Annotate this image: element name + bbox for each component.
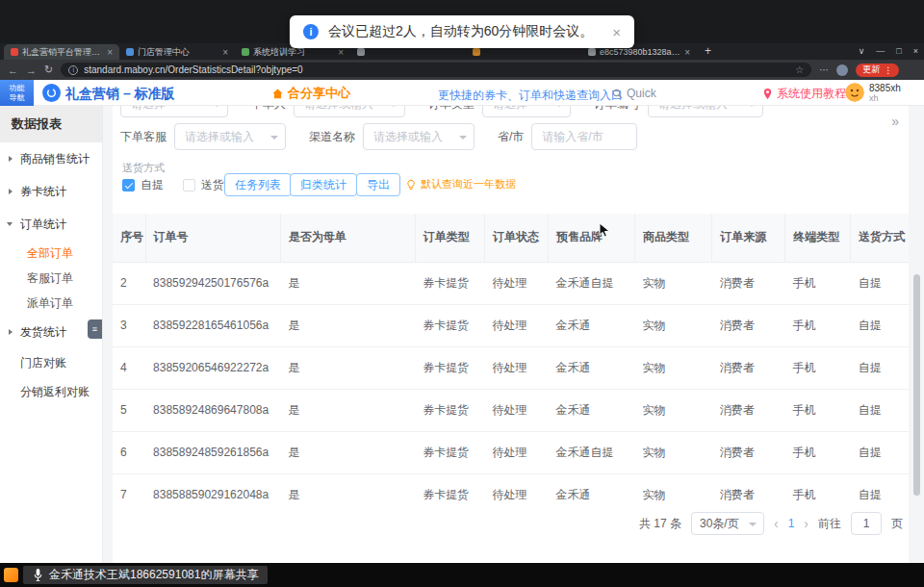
cell-source: 消费者 xyxy=(712,389,785,431)
channel-name-select[interactable]: 请选择或输入 xyxy=(363,123,475,150)
sidebar-item-rebate-reconciliation[interactable]: 分销返利对账 xyxy=(0,377,102,406)
sidebar-item-service-orders[interactable]: 客服订单 xyxy=(0,266,102,291)
delivery-checkbox[interactable]: 送货 xyxy=(183,177,224,193)
cell-status: 待处理 xyxy=(484,389,548,431)
tab-favicon xyxy=(357,48,365,56)
tab-favicon xyxy=(242,48,249,56)
select-placeholder: 请选择或输入 xyxy=(304,106,373,113)
page-size-select[interactable]: 30条/页 xyxy=(691,512,764,535)
export-button[interactable]: 导出 xyxy=(356,173,400,196)
order-type-select[interactable]: 请选择 xyxy=(482,106,571,117)
cell-order-no: 83859206546922272a xyxy=(145,346,280,389)
app-logo-icon xyxy=(42,84,61,102)
browser-toolbar: ← → ↻ i standard.maboy.cn/OrderStatistic… xyxy=(0,60,924,80)
cell-source: 消费者 xyxy=(712,431,785,473)
order-status-select[interactable]: 请选择 xyxy=(120,106,228,117)
table-row[interactable]: 4 83859206546922272a 是 券卡提货 待处理 金禾通 实物 消… xyxy=(113,346,909,389)
user-avatar[interactable] xyxy=(845,83,864,102)
prev-page-button[interactable]: ‹ xyxy=(774,516,779,531)
cell-status: 待处理 xyxy=(484,262,548,304)
tab-close-icon[interactable]: × xyxy=(107,47,113,58)
filter-label: 订单编号 xyxy=(594,106,640,113)
nav-toggle-line1: 功能 xyxy=(0,84,34,93)
group-stats-button[interactable]: 归类统计 xyxy=(290,173,357,196)
toast-close-icon[interactable]: × xyxy=(612,24,621,40)
page-number[interactable]: 1 xyxy=(788,517,795,530)
table-row[interactable]: 7 83858859029162048a 是 券卡提货 待处理 金禾通 实物 消… xyxy=(113,473,909,508)
table-row[interactable]: 6 83858924859261856a 是 券卡提货 待处理 金禾通自提 实物… xyxy=(113,431,909,473)
buyer-select[interactable]: 请选择或输入 xyxy=(294,106,405,117)
checkbox-box xyxy=(183,179,195,191)
extensions-icon[interactable]: ⋯ xyxy=(819,64,829,75)
table-row[interactable]: 5 83858924869647808a 是 券卡提货 待处理 金禾通 实物 消… xyxy=(113,389,909,431)
quick-query-entry-link[interactable]: 更快捷的券卡、订单和快递查询入口 xyxy=(438,88,623,104)
new-tab-button[interactable]: + xyxy=(705,44,711,58)
app-header: 功能 导航 礼盒营销 – 标准版 合分享中心 更快捷的券卡、订单和快递查询入口 … xyxy=(0,80,924,106)
orders-table: 序号 订单号 是否为母单 订单类型 订单状态 预售品牌 商品类型 订单来源 终端… xyxy=(113,214,909,508)
table-row[interactable]: 2 83859294250176576a 是 券卡提货 待处理 金禾通自提 实物… xyxy=(113,262,909,304)
checkbox-check-icon xyxy=(122,179,135,191)
window-minimize-button[interactable]: — xyxy=(876,46,885,56)
browser-tab[interactable]: 门店管理中心 × xyxy=(119,44,235,60)
order-agent-select[interactable]: 请选择或输入 xyxy=(174,123,286,150)
province-city-input[interactable]: 请输入省/市 xyxy=(531,123,637,150)
tab-close-icon[interactable]: × xyxy=(338,47,344,58)
cell-order-no: 83859294250176576a xyxy=(145,262,280,304)
window-maximize-button[interactable]: □ xyxy=(896,46,901,56)
cell-order-no: 83858924859261856a xyxy=(145,431,280,473)
user-name-block[interactable]: 8385xh xh xyxy=(869,84,901,103)
tutorial-link[interactable]: 系统使用教程 xyxy=(762,86,846,102)
tab-close-icon[interactable]: × xyxy=(222,47,228,58)
sidebar-item-store-reconciliation[interactable]: 门店对账 xyxy=(0,348,102,377)
cell-source: 消费者 xyxy=(712,304,785,346)
tab-title: 门店管理中心 xyxy=(138,46,218,59)
update-button[interactable]: 更新 ⋮ xyxy=(856,64,899,77)
task-list-button[interactable]: 任务列表 xyxy=(224,173,292,196)
next-page-button[interactable]: › xyxy=(804,516,808,531)
cell-brand: 金禾通 xyxy=(549,389,635,431)
update-label: 更新 xyxy=(862,64,880,76)
cell-parent: 是 xyxy=(280,304,415,346)
sidebar-collapse-handle[interactable]: ≡ xyxy=(88,319,102,339)
sidebar-item-order-stats[interactable]: 订单统计 xyxy=(0,208,102,241)
table-row[interactable]: 3 83859228165461056a 是 券卡提货 待处理 金禾通 实物 消… xyxy=(113,304,909,346)
bookmark-star-icon[interactable]: ☆ xyxy=(795,64,804,75)
browser-tab[interactable]: 礼盒营销平台管理中心 × xyxy=(4,44,119,60)
screen-share-pill[interactable]: 金禾通技术王斌18662591081的屏幕共享 xyxy=(23,566,268,584)
page-size-value: 30条/页 xyxy=(700,516,739,532)
window-menu-icon[interactable]: ∨ xyxy=(859,46,865,56)
sidebar-item-label: 商品销售统计 xyxy=(20,152,90,166)
site-info-icon[interactable]: i xyxy=(68,65,78,75)
page-scrollbar-thumb[interactable] xyxy=(913,274,920,496)
browser-profile-avatar[interactable] xyxy=(836,64,848,76)
back-button[interactable]: ← xyxy=(8,64,18,76)
share-app-icon[interactable] xyxy=(4,568,18,582)
sidebar-item-product-sales[interactable]: 商品销售统计 xyxy=(0,142,102,175)
sidebar-item-all-orders[interactable]: 全部订单 xyxy=(0,241,102,266)
quick-link[interactable]: Quick xyxy=(612,87,656,100)
share-center-link[interactable]: 合分享中心 xyxy=(271,85,350,102)
sidebar-item-card-stats[interactable]: 券卡统计 xyxy=(0,175,102,208)
nav-drawer-toggle[interactable]: 功能 导航 xyxy=(0,80,34,106)
address-bar[interactable]: i standard.maboy.cn/OrderStatisticsDetai… xyxy=(61,63,811,77)
order-number-select[interactable]: 请选择或输入 xyxy=(648,106,763,117)
forward-button[interactable]: → xyxy=(26,64,37,76)
cell-delivery: 自提 xyxy=(851,262,909,304)
tab-favicon xyxy=(126,48,134,56)
goto-page-input[interactable] xyxy=(851,512,882,535)
sidebar-item-label: 订单统计 xyxy=(20,217,66,231)
sidebar-item-dispatch-orders[interactable]: 派单订单 xyxy=(0,291,102,316)
cell-terminal: 手机 xyxy=(785,346,851,389)
table-header-cell: 订单号 xyxy=(145,214,280,262)
screen: i 会议已超过2人，自动转为60分钟限时会议。 × 礼盒营销平台管理中心 × 门… xyxy=(0,0,924,587)
quick-label: Quick xyxy=(627,87,656,100)
filter-collapse-chevron[interactable]: » xyxy=(891,114,897,129)
tab-close-icon[interactable]: × xyxy=(684,47,690,58)
window-close-button[interactable]: × xyxy=(913,46,918,56)
mouse-cursor xyxy=(599,222,611,242)
self-pickup-checkbox[interactable]: 自提 xyxy=(122,177,164,193)
reload-button[interactable]: ↻ xyxy=(44,64,53,76)
chevron-down-icon xyxy=(748,106,756,107)
filter-label: 渠道名称 xyxy=(309,129,355,145)
meeting-toast: i 会议已超过2人，自动转为60分钟限时会议。 × xyxy=(290,15,634,48)
